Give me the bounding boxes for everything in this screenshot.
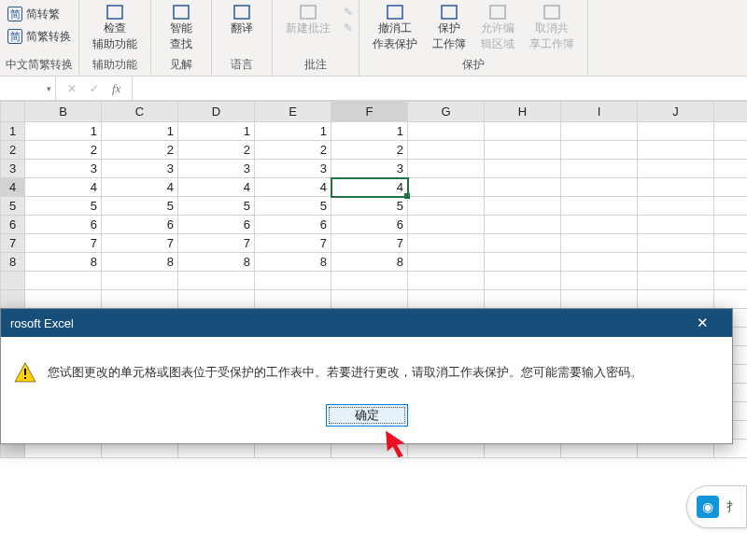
cell[interactable] — [714, 253, 748, 272]
cell[interactable] — [714, 160, 748, 178]
column-header[interactable]: E — [255, 102, 331, 122]
cell[interactable]: 1 — [255, 122, 331, 141]
row-header[interactable]: 2 — [1, 141, 25, 160]
ribbon-button[interactable]: 翻译 — [218, 2, 266, 38]
ribbon-button[interactable]: 保护工作簿 — [425, 2, 473, 54]
cell[interactable]: 4 — [178, 178, 255, 197]
enter-icon[interactable]: ✓ — [90, 82, 99, 95]
cell[interactable] — [408, 160, 485, 178]
row-header[interactable]: 1 — [1, 122, 25, 141]
cell[interactable] — [714, 141, 748, 160]
cell[interactable] — [485, 160, 561, 178]
cell[interactable] — [485, 197, 561, 216]
cell[interactable] — [485, 122, 561, 141]
cell[interactable] — [561, 141, 638, 160]
dialog-close-button[interactable]: ✕ — [682, 309, 723, 337]
cell[interactable]: 4 — [25, 178, 102, 197]
row-header[interactable]: 4 — [1, 178, 25, 197]
cell[interactable] — [638, 141, 714, 160]
cell[interactable] — [638, 197, 714, 216]
row-header[interactable] — [1, 290, 25, 309]
column-header[interactable]: B — [25, 102, 102, 122]
cell[interactable] — [561, 178, 638, 197]
cell[interactable]: 8 — [178, 253, 255, 272]
cell[interactable] — [408, 122, 485, 141]
cell[interactable] — [485, 216, 561, 234]
cell[interactable] — [102, 290, 178, 309]
cell[interactable]: 1 — [331, 122, 408, 141]
fx-icon[interactable]: fx — [112, 81, 120, 96]
cell[interactable] — [638, 178, 714, 197]
column-header[interactable]: D — [178, 102, 255, 122]
cell[interactable] — [714, 272, 748, 290]
cell[interactable]: 4 — [102, 178, 178, 197]
cell[interactable] — [255, 272, 331, 290]
row-header[interactable] — [1, 272, 25, 290]
row-header[interactable]: 3 — [1, 160, 25, 178]
cell[interactable] — [408, 290, 485, 309]
floating-action-button[interactable]: ◉ 扌 — [686, 485, 747, 528]
cell[interactable]: 6 — [102, 216, 178, 234]
column-header[interactable]: H — [485, 102, 561, 122]
ribbon-button[interactable]: 智能查找 — [157, 2, 205, 54]
ribbon-small-item[interactable]: 简简繁转换 — [6, 26, 73, 47]
cell[interactable] — [178, 272, 255, 290]
cell[interactable]: 7 — [25, 234, 102, 253]
ribbon-button[interactable]: 检查辅助功能 — [85, 2, 145, 54]
cell[interactable] — [408, 178, 485, 197]
cell[interactable]: 5 — [178, 197, 255, 216]
cell[interactable] — [255, 290, 331, 309]
cell[interactable]: 3 — [255, 160, 331, 178]
cell[interactable]: 2 — [331, 141, 408, 160]
cell[interactable] — [638, 253, 714, 272]
cell[interactable] — [561, 290, 638, 309]
cell[interactable]: 2 — [255, 141, 331, 160]
cell[interactable]: 5 — [255, 197, 331, 216]
cell[interactable]: 3 — [331, 160, 408, 178]
column-header[interactable]: C — [102, 102, 178, 122]
cell[interactable] — [485, 178, 561, 197]
cell[interactable]: 7 — [178, 234, 255, 253]
cell[interactable]: 8 — [255, 253, 331, 272]
cell[interactable] — [25, 272, 102, 290]
cell[interactable] — [561, 160, 638, 178]
column-header[interactable]: I — [561, 102, 638, 122]
cell[interactable] — [561, 272, 638, 290]
cell[interactable]: 4 — [331, 178, 408, 197]
cell[interactable] — [485, 141, 561, 160]
cell[interactable]: 1 — [102, 122, 178, 141]
cell[interactable] — [485, 290, 561, 309]
cell[interactable] — [485, 272, 561, 290]
cell[interactable] — [638, 234, 714, 253]
cell[interactable]: 5 — [102, 197, 178, 216]
cell[interactable] — [408, 216, 485, 234]
cell[interactable] — [714, 122, 748, 141]
cell[interactable] — [714, 216, 748, 234]
row-header[interactable]: 5 — [1, 197, 25, 216]
row-header[interactable]: 8 — [1, 253, 25, 272]
row-header[interactable]: 6 — [1, 216, 25, 234]
row-header[interactable]: 7 — [1, 234, 25, 253]
cell[interactable] — [408, 197, 485, 216]
column-header[interactable]: J — [638, 102, 714, 122]
cell[interactable] — [714, 290, 748, 309]
column-header[interactable]: K — [714, 102, 748, 122]
cell[interactable] — [714, 234, 748, 253]
ribbon-button[interactable]: 撤消工作表保护 — [365, 2, 425, 54]
cell[interactable] — [178, 290, 255, 309]
cell[interactable] — [408, 234, 485, 253]
column-header[interactable]: G — [408, 102, 485, 122]
cell[interactable] — [561, 122, 638, 141]
cell[interactable] — [331, 290, 408, 309]
cell[interactable] — [408, 272, 485, 290]
cell[interactable] — [408, 253, 485, 272]
cell[interactable] — [714, 178, 748, 197]
cell[interactable]: 3 — [25, 160, 102, 178]
select-all-corner[interactable] — [1, 102, 25, 122]
cell[interactable] — [714, 197, 748, 216]
cell[interactable] — [561, 234, 638, 253]
cell[interactable] — [638, 160, 714, 178]
cell[interactable]: 5 — [331, 197, 408, 216]
cell[interactable]: 6 — [255, 216, 331, 234]
ok-button[interactable]: 确定 — [326, 404, 408, 427]
